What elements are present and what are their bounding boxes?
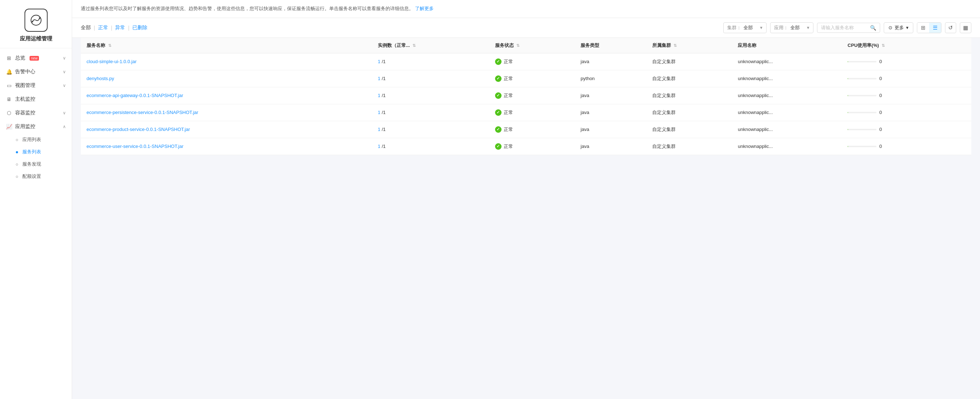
table-row: ecommerce-api-gateway-0.0.1-SNAPSHOT.jar… (81, 87, 971, 104)
service-link[interactable]: ecommerce-product-service-0.0.1-SNAPSHOT… (86, 127, 190, 132)
monitor-icon: 🖥 (6, 96, 12, 102)
view-buttons: ⊞ ☰ (917, 22, 942, 33)
sidebar-nav: ⊞ 总览 new ∨ 🔔 告警中心 ∨ ▭ 视图管理 ∨ 🖥 (0, 48, 72, 399)
search-box: 🔍 (817, 23, 880, 33)
instances-cell: 1 /1 (372, 138, 489, 155)
status-ok-icon (495, 93, 501, 99)
refresh-button[interactable]: ↺ (945, 22, 956, 33)
chevron-up-icon: ∧ (63, 124, 66, 129)
table-container: 服务名称 ⇅ 实例数（正常... ⇅ 服务状态 ⇅ 服务类型 (72, 38, 980, 399)
bell-icon: 🔔 (6, 69, 12, 75)
cpu-bar-fill (848, 129, 848, 130)
col-status[interactable]: 服务状态 ⇅ (489, 38, 575, 53)
sidebar: 应用运维管理 ⊞ 总览 new ∨ 🔔 告警中心 ∨ ▭ 视图管理 ∨ (0, 0, 72, 399)
search-icon: 🔍 (870, 25, 876, 31)
sidebar-item-service-discovery[interactable]: 服务发现 (0, 158, 72, 170)
chevron-down-icon: ∨ (63, 110, 66, 115)
status-label: 正常 (504, 93, 513, 99)
sidebar-item-quota[interactable]: 配额设置 (0, 170, 72, 182)
sort-icon: ⇅ (881, 43, 885, 48)
sidebar-item-host-label: 主机监控 (15, 96, 35, 102)
app-name-cell: unknownapplic... (732, 70, 842, 87)
more-button[interactable]: ⊙ 更多 ▾ (884, 22, 913, 33)
status-ok-icon (495, 143, 501, 150)
sidebar-item-container[interactable]: ⬡ 容器监控 ∨ (0, 106, 72, 120)
learn-more-link[interactable]: 了解更多 (415, 6, 434, 11)
cpu-value: 0 (880, 93, 882, 98)
sidebar-item-alert[interactable]: 🔔 告警中心 ∨ (0, 65, 72, 79)
filter-all[interactable]: 全部 (81, 24, 91, 31)
sidebar-item-view[interactable]: ▭ 视图管理 ∨ (0, 79, 72, 93)
service-link[interactable]: denyhosts.py (86, 76, 114, 81)
status-ok-icon (495, 75, 501, 82)
status-label: 正常 (504, 126, 513, 133)
table-row: ecommerce-persistence-service-0.0.1-SNAP… (81, 104, 971, 121)
app-name-cell: unknownapplic... (732, 104, 842, 121)
service-link[interactable]: cloud-simple-ui-1.0.0.jar (86, 59, 137, 64)
app-select[interactable]: 应用： 全部 ▾ (770, 22, 813, 33)
col-cluster[interactable]: 所属集群 ⇅ (646, 38, 732, 53)
sidebar-item-service-list[interactable]: 服务列表 (0, 146, 72, 158)
list-view-button[interactable]: ☰ (929, 23, 941, 33)
status-cell: 正常 (489, 70, 575, 87)
cpu-value: 0 (880, 59, 882, 64)
svg-point-2 (39, 17, 40, 19)
cpu-bar (848, 61, 877, 62)
sidebar-item-overview[interactable]: ⊞ 总览 new ∨ (0, 51, 72, 65)
status-cell: 正常 (489, 53, 575, 70)
chevron-down-icon: ▾ (760, 25, 763, 30)
toolbar: 全部 | 正常 | 异常 | 已删除 集群： 全部 ▾ 应用： 全部 ▾ (72, 18, 980, 38)
dot-icon (16, 176, 18, 178)
col-type: 服务类型 (575, 38, 646, 53)
service-link[interactable]: ecommerce-user-service-0.0.1-SNAPSHOT.ja… (86, 144, 183, 149)
app-name-cell: unknownapplic... (732, 138, 842, 155)
cpu-bar (848, 78, 877, 79)
toolbar-right: 集群： 全部 ▾ 应用： 全部 ▾ 🔍 ⊙ 更多 ▾ (723, 22, 971, 33)
sidebar-item-app-label: 应用监控 (15, 123, 35, 130)
status-label: 正常 (504, 109, 513, 116)
status-label: 正常 (504, 59, 513, 65)
app-name-cell: unknownapplic... (732, 121, 842, 138)
columns-button[interactable]: ▦ (960, 22, 971, 33)
col-app: 应用名称 (732, 38, 842, 53)
filter-normal[interactable]: 正常 (98, 24, 108, 31)
cpu-bar (848, 112, 877, 113)
cpu-cell: 0 (842, 121, 971, 138)
cpu-cell: 0 (842, 53, 971, 70)
chevron-down-icon: ∨ (63, 56, 66, 61)
info-text: 通过服务列表您可以及时了解服务的资源使用情况、趋势和告警，使用这些信息，您可以快… (81, 6, 414, 11)
table-row: cloud-simple-ui-1.0.0.jar 1 /1 正常 java 自… (81, 53, 971, 70)
logo-icon (24, 9, 48, 32)
filter-deleted[interactable]: 已删除 (132, 24, 148, 31)
service-table: 服务名称 ⇅ 实例数（正常... ⇅ 服务状态 ⇅ 服务类型 (81, 38, 971, 155)
layout-icon: ▭ (6, 82, 12, 89)
table-row: ecommerce-product-service-0.0.1-SNAPSHOT… (81, 121, 971, 138)
type-cell: java (575, 53, 646, 70)
filter-tabs: 全部 | 正常 | 异常 | 已删除 (81, 24, 148, 31)
status-ok-icon (495, 59, 501, 65)
col-instances[interactable]: 实例数（正常... ⇅ (372, 38, 489, 53)
cluster-select[interactable]: 集群： 全部 ▾ (723, 22, 767, 33)
sort-icon: ⇅ (412, 43, 416, 48)
dot-icon (16, 163, 18, 166)
grid-view-button[interactable]: ⊞ (917, 23, 929, 33)
sidebar-item-host[interactable]: 🖥 主机监控 (0, 93, 72, 106)
instances-cell: 1 /1 (372, 121, 489, 138)
service-link[interactable]: ecommerce-persistence-service-0.0.1-SNAP… (86, 110, 198, 115)
table-row: ecommerce-user-service-0.0.1-SNAPSHOT.ja… (81, 138, 971, 155)
instances-cell: 1 /1 (372, 53, 489, 70)
search-input[interactable] (821, 25, 868, 30)
filter-abnormal[interactable]: 异常 (115, 24, 125, 31)
sidebar-item-app[interactable]: 📈 应用监控 ∧ (0, 120, 72, 134)
sidebar-item-service-discovery-label: 服务发现 (22, 161, 41, 167)
sort-icon: ⇅ (516, 43, 520, 48)
service-link[interactable]: ecommerce-api-gateway-0.0.1-SNAPSHOT.jar (86, 93, 183, 98)
col-name[interactable]: 服务名称 ⇅ (81, 38, 372, 53)
status-cell: 正常 (489, 138, 575, 155)
cluster-cell: 自定义集群 (646, 138, 732, 155)
col-cpu[interactable]: CPU使用率(%) ⇅ (842, 38, 971, 53)
sidebar-item-app-list[interactable]: 应用列表 (0, 134, 72, 146)
cpu-value: 0 (880, 76, 882, 81)
cpu-value: 0 (880, 127, 882, 132)
cluster-cell: 自定义集群 (646, 121, 732, 138)
